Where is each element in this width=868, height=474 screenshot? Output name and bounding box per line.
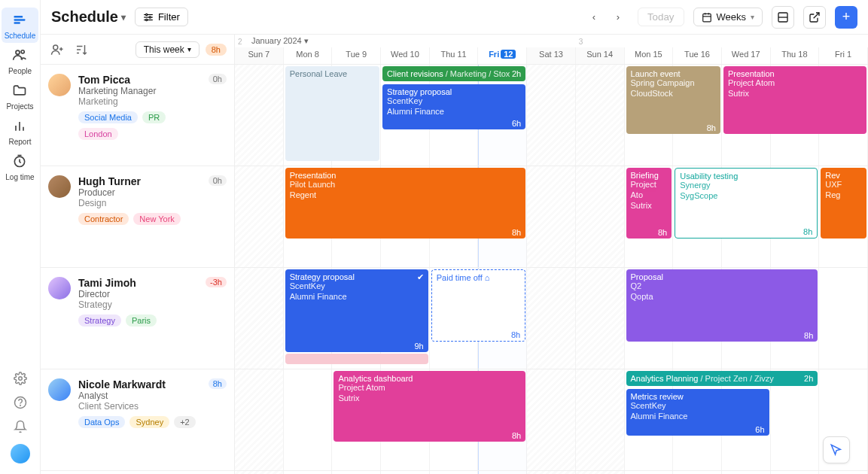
svg-point-12 xyxy=(145,14,147,15)
prev-button[interactable]: ‹ xyxy=(583,7,605,28)
day-header[interactable]: Sun 7 xyxy=(235,47,284,64)
event[interactable]: Strategy proposal ✔︎ScentKeyAlumni Finan… xyxy=(285,269,428,352)
day-header[interactable]: Wed 10 xyxy=(381,47,430,64)
svg-point-3 xyxy=(16,50,20,54)
day-header[interactable]: Fri 1 xyxy=(819,47,868,64)
person-dept: Design xyxy=(78,198,201,208)
badge[interactable]: Social Media xyxy=(78,111,138,123)
caret-down-icon: ▾ xyxy=(751,13,754,21)
nav-schedule[interactable]: Schedule xyxy=(2,8,39,43)
svg-point-11 xyxy=(20,405,20,406)
badge[interactable]: +2 xyxy=(174,416,196,428)
this-week-selector[interactable]: This week▾ xyxy=(136,41,199,58)
event[interactable]: Analytics dashboardProject AtomSutrix8h xyxy=(333,371,525,442)
person-hours: 0h xyxy=(209,74,227,84)
event[interactable]: Analytics Planning / Project Zen / Zivzy… xyxy=(626,371,818,386)
event[interactable]: Personal Leave xyxy=(285,66,379,161)
nav-people[interactable]: People xyxy=(2,43,39,78)
calendar-icon xyxy=(702,12,712,23)
add-button[interactable]: + xyxy=(835,6,857,29)
sort-icon[interactable] xyxy=(72,41,90,59)
person-role: Analyst xyxy=(78,390,201,401)
day-header[interactable]: Fri12 xyxy=(478,47,527,64)
badge[interactable]: Sydney xyxy=(129,416,169,428)
person-row[interactable]: Nicole MarkwardtAnalystClient ServicesDa… xyxy=(41,369,234,471)
person-hours: 8h xyxy=(209,378,227,389)
svg-rect-0 xyxy=(14,16,23,18)
badge[interactable]: Contractor xyxy=(78,213,129,225)
day-header[interactable]: Sun 14 xyxy=(576,47,625,64)
event[interactable]: Metrics reviewScentKeyAlumni Finance6h xyxy=(626,389,769,436)
hours-badge: 8h xyxy=(206,44,227,56)
layout-toggle[interactable] xyxy=(772,6,794,29)
person-role: Director xyxy=(78,289,198,299)
today-button[interactable]: Today xyxy=(638,8,684,26)
event[interactable]: RevUXFReg xyxy=(821,168,866,239)
event[interactable] xyxy=(285,354,428,364)
help-icon[interactable] xyxy=(14,396,27,409)
person-name: Tom Picca xyxy=(78,74,201,86)
svg-rect-21 xyxy=(702,14,711,21)
day-header[interactable]: Tue 9 xyxy=(332,47,381,64)
nav-report[interactable]: Report xyxy=(2,114,39,149)
badge[interactable]: London xyxy=(78,128,118,140)
person-row[interactable]: Tom PiccaMarketing ManagerMarketingSocia… xyxy=(41,65,234,166)
nav-projects[interactable]: Projects xyxy=(2,78,39,114)
page-title[interactable]: Schedule ▾ xyxy=(51,8,126,26)
svg-point-4 xyxy=(22,50,25,53)
filter-button[interactable]: Filter xyxy=(135,8,188,26)
user-avatar[interactable] xyxy=(11,444,30,463)
svg-point-18 xyxy=(145,19,147,20)
avatar xyxy=(48,378,71,401)
gear-icon[interactable] xyxy=(14,372,27,385)
week-num: 2 xyxy=(238,38,242,46)
person-name: Hugh Turner xyxy=(78,175,201,187)
person-dept: Marketing xyxy=(78,96,201,107)
badge[interactable]: Paris xyxy=(126,314,157,327)
day-header[interactable]: Mon 15 xyxy=(625,47,674,64)
next-button[interactable]: › xyxy=(608,7,629,28)
day-header[interactable]: Thu 11 xyxy=(430,47,479,64)
person-hours: -3h xyxy=(206,277,227,287)
badge[interactable]: PR xyxy=(142,111,166,123)
badge[interactable]: Data Ops xyxy=(78,416,125,428)
home-icon: ⌂ xyxy=(485,273,490,282)
topbar: Schedule ▾ Filter ‹ › Today Weeks ▾ + xyxy=(41,0,868,35)
cursor-mode-button[interactable] xyxy=(823,436,850,463)
logtime-icon xyxy=(11,152,29,170)
month-label[interactable]: January 2024 ▾ xyxy=(251,36,309,46)
svg-rect-1 xyxy=(14,19,26,21)
badge[interactable]: New York xyxy=(133,213,180,225)
svg-point-27 xyxy=(53,45,58,50)
event[interactable]: Paid time off ⌂8h xyxy=(431,269,525,342)
event[interactable]: ProposalQ2Qopta8h xyxy=(626,269,818,342)
day-header[interactable]: Thu 18 xyxy=(771,47,820,64)
person-role: Producer xyxy=(78,187,201,198)
day-header[interactable]: Wed 17 xyxy=(722,47,771,64)
view-selector[interactable]: Weeks ▾ xyxy=(693,8,763,26)
day-header[interactable]: Tue 16 xyxy=(673,47,722,64)
event[interactable]: Client revisions / Marketing / Stox2h xyxy=(382,66,525,81)
day-header[interactable]: Sat 13 xyxy=(527,47,576,64)
event[interactable]: BriefingProject AtoSutrix8h xyxy=(626,168,672,239)
badge[interactable]: Strategy xyxy=(78,314,121,327)
event[interactable]: Strategy proposalScentKeyAlumni Finance6… xyxy=(382,84,525,129)
person-row[interactable]: Tami JimohDirectorStrategyStrategyParis-… xyxy=(41,268,234,369)
day-header[interactable]: Mon 8 xyxy=(284,47,333,64)
event[interactable]: PresentationProject AtomSutrix xyxy=(723,66,866,134)
add-user-icon[interactable] xyxy=(48,41,66,59)
share-button[interactable] xyxy=(803,6,826,29)
nav-rail: SchedulePeopleProjectsReportLog time xyxy=(0,0,41,474)
event[interactable]: Launch eventSpring CampaignCloudStock8h xyxy=(626,66,720,134)
schedule-icon xyxy=(11,11,29,29)
event[interactable]: PresentationPilot LaunchRegent8h xyxy=(285,168,525,239)
person-hours: 0h xyxy=(209,175,227,186)
person-name: Tami Jimoh xyxy=(78,277,198,289)
bell-icon[interactable] xyxy=(14,420,27,433)
person-row[interactable]: Hugh TurnerProducerDesignContractorNew Y… xyxy=(41,166,234,268)
event[interactable]: Usability testingSynergySygScope8h xyxy=(675,168,818,239)
svg-point-9 xyxy=(18,377,22,381)
people-icon xyxy=(11,46,29,64)
nav-logtime[interactable]: Log time xyxy=(2,149,39,184)
person-role: Marketing Manager xyxy=(78,86,201,96)
